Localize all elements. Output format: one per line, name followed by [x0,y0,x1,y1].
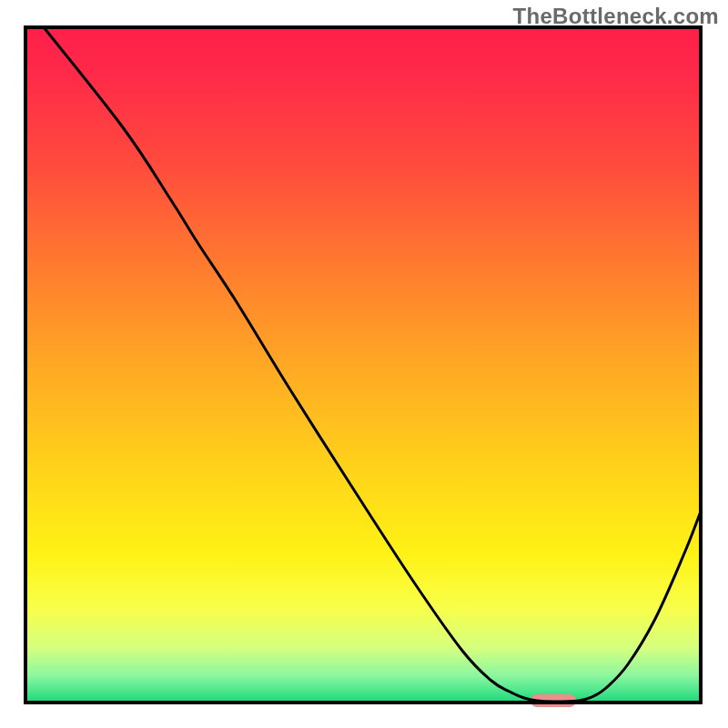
bottleneck-chart [0,0,728,728]
chart-container: TheBottleneck.com [0,0,728,728]
heat-gradient [25,27,701,703]
